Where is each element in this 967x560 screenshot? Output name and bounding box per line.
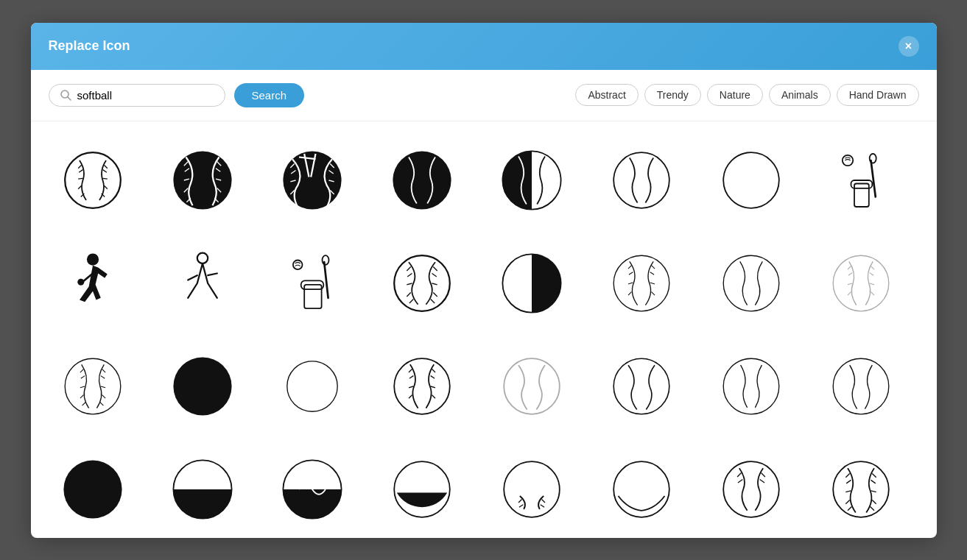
close-button[interactable]: × bbox=[899, 36, 919, 57]
icon-softball-22[interactable] bbox=[597, 342, 686, 430]
svg-point-40 bbox=[286, 361, 337, 411]
icon-softball-32[interactable] bbox=[817, 445, 905, 534]
svg-point-51 bbox=[613, 461, 669, 517]
svg-point-2 bbox=[65, 152, 121, 208]
tag-animals[interactable]: Animals bbox=[769, 84, 831, 106]
svg-point-24 bbox=[197, 252, 207, 263]
svg-line-18 bbox=[871, 160, 875, 197]
svg-point-45 bbox=[833, 358, 889, 414]
icon-softball-9[interactable] bbox=[49, 239, 137, 327]
icon-softball-4[interactable] bbox=[378, 136, 466, 224]
tag-abstract[interactable]: Abstract bbox=[575, 84, 638, 106]
svg-point-28 bbox=[322, 255, 328, 265]
icon-softball-5[interactable] bbox=[488, 136, 576, 224]
icon-softball-1[interactable] bbox=[49, 136, 137, 224]
tag-nature[interactable]: Nature bbox=[707, 84, 763, 106]
replace-icon-modal: Replace Icon × Search Abstract Trendy Na… bbox=[31, 23, 937, 538]
icons-grid bbox=[49, 136, 919, 538]
svg-rect-25 bbox=[304, 284, 321, 308]
icon-softball-20[interactable] bbox=[378, 342, 466, 430]
svg-point-20 bbox=[842, 155, 852, 165]
tag-filters: Abstract Trendy Nature Animals Hand Draw… bbox=[575, 84, 918, 106]
svg-point-42 bbox=[504, 358, 560, 414]
icon-softball-16[interactable] bbox=[817, 239, 905, 327]
icon-softball-25[interactable] bbox=[49, 445, 137, 534]
icon-softball-12[interactable] bbox=[378, 239, 466, 327]
tag-hand-drawn[interactable]: Hand Drawn bbox=[837, 84, 919, 106]
icon-softball-18[interactable] bbox=[158, 342, 247, 430]
icon-softball-23[interactable] bbox=[707, 342, 795, 430]
icon-softball-14[interactable] bbox=[597, 239, 686, 327]
svg-point-15 bbox=[723, 152, 779, 208]
svg-point-8 bbox=[393, 151, 451, 209]
svg-point-41 bbox=[394, 358, 450, 414]
svg-line-1 bbox=[68, 97, 71, 100]
icon-softball-3[interactable] bbox=[268, 136, 356, 224]
svg-point-14 bbox=[613, 152, 669, 208]
svg-point-39 bbox=[173, 357, 231, 415]
tag-trendy[interactable]: Trendy bbox=[644, 84, 701, 106]
icon-softball-30[interactable] bbox=[597, 445, 686, 534]
icons-body bbox=[31, 121, 937, 538]
svg-point-35 bbox=[613, 255, 669, 311]
modal-overlay[interactable]: Replace Icon × Search Abstract Trendy Na… bbox=[0, 0, 967, 560]
icon-softball-19[interactable] bbox=[268, 342, 356, 430]
svg-point-44 bbox=[723, 358, 779, 414]
svg-line-27 bbox=[324, 262, 328, 298]
svg-point-19 bbox=[869, 154, 876, 163]
search-icon bbox=[60, 89, 71, 101]
icon-softball-10[interactable] bbox=[158, 239, 247, 327]
search-button[interactable]: Search bbox=[234, 83, 305, 107]
svg-point-36 bbox=[723, 255, 779, 311]
icon-softball-11[interactable] bbox=[268, 239, 356, 327]
svg-point-43 bbox=[613, 358, 669, 414]
icon-softball-26[interactable] bbox=[158, 445, 247, 534]
search-input-wrap bbox=[49, 84, 225, 107]
modal-header: Replace Icon × bbox=[31, 23, 937, 70]
icon-softball-17[interactable] bbox=[49, 342, 137, 430]
search-input[interactable] bbox=[77, 89, 214, 102]
modal-title: Replace Icon bbox=[49, 38, 130, 54]
svg-point-37 bbox=[833, 255, 889, 311]
svg-point-30 bbox=[394, 255, 450, 311]
svg-point-53 bbox=[833, 461, 889, 517]
svg-point-50 bbox=[504, 461, 560, 517]
icon-softball-31[interactable] bbox=[707, 445, 795, 534]
svg-point-38 bbox=[65, 358, 121, 414]
icon-softball-8[interactable] bbox=[817, 136, 905, 224]
icon-softball-2[interactable] bbox=[158, 136, 247, 224]
svg-point-21 bbox=[86, 253, 98, 265]
icon-softball-27[interactable] bbox=[268, 445, 356, 534]
icon-softball-21[interactable] bbox=[488, 342, 576, 430]
icon-softball-24[interactable] bbox=[817, 342, 905, 430]
icon-softball-13[interactable] bbox=[488, 239, 576, 327]
svg-point-4 bbox=[283, 151, 341, 209]
icon-softball-28[interactable] bbox=[378, 445, 466, 534]
svg-point-3 bbox=[173, 151, 231, 209]
svg-point-52 bbox=[723, 461, 779, 517]
svg-point-49 bbox=[394, 461, 450, 517]
icon-softball-29[interactable] bbox=[488, 445, 576, 534]
icon-softball-6[interactable] bbox=[597, 136, 686, 224]
search-bar: Search Abstract Trendy Nature Animals Ha… bbox=[31, 70, 937, 121]
svg-rect-16 bbox=[854, 183, 869, 207]
svg-point-46 bbox=[63, 460, 122, 518]
icon-softball-15[interactable] bbox=[707, 239, 795, 327]
icon-softball-7[interactable] bbox=[707, 136, 795, 224]
